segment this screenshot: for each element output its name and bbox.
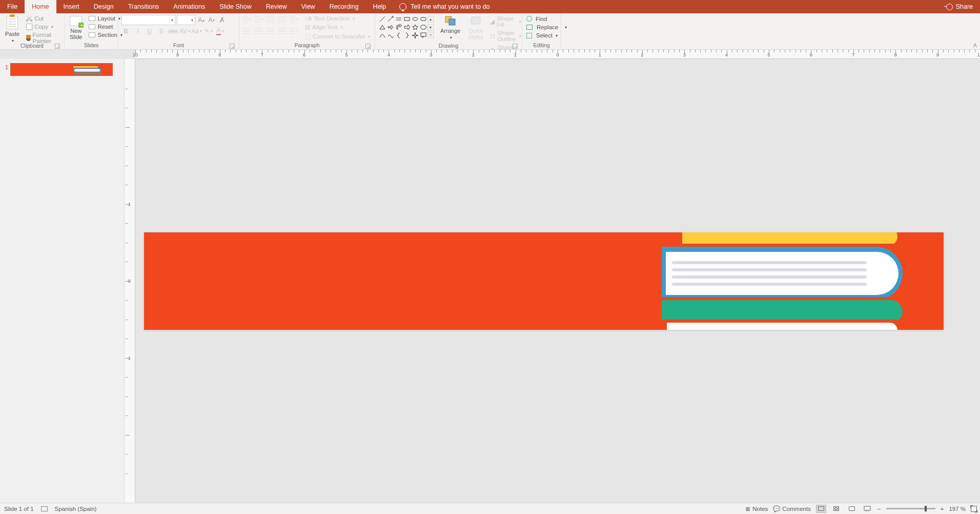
notes-button[interactable]: ≣ Notes xyxy=(745,505,768,512)
shapes-gallery-more[interactable]: ▴ ▾ ▿ xyxy=(427,15,435,39)
tab-home[interactable]: Home xyxy=(25,0,56,13)
align-left-button[interactable] xyxy=(242,26,251,35)
select-button[interactable]: Select▾ xyxy=(525,32,568,39)
fit-to-window-button[interactable] xyxy=(971,506,977,512)
slide-canvas-viewport[interactable] xyxy=(135,59,980,503)
tab-transitions[interactable]: Transitions xyxy=(121,0,167,13)
horizontal-ruler[interactable]: 10987654321012345678910 xyxy=(135,50,980,59)
copy-button[interactable]: Copy ▾ xyxy=(25,23,61,30)
align-text-label: Align Text xyxy=(312,24,338,30)
outline-icon: ◻ xyxy=(490,32,495,39)
increase-indent-button[interactable] xyxy=(278,15,287,24)
zoom-out-button[interactable]: − xyxy=(877,506,881,512)
svg-rect-5 xyxy=(421,33,426,36)
brush-icon xyxy=(26,35,30,41)
font-name-combo[interactable]: ▾ xyxy=(121,15,175,25)
slide-thumbnail-1[interactable] xyxy=(10,63,113,76)
bullets-button[interactable]: ▾ xyxy=(242,15,251,24)
tab-slideshow[interactable]: Slide Show xyxy=(212,0,259,13)
highlight-button[interactable]: ✎▾ xyxy=(204,27,213,35)
paragraph-group-label: Paragraph xyxy=(294,42,319,48)
shape-outline-button[interactable]: ◻ Shape Outline▾ xyxy=(489,29,522,43)
gallery-row-down-icon: ▾ xyxy=(427,24,434,31)
justify-button[interactable] xyxy=(278,26,287,35)
svg-point-3 xyxy=(413,17,418,21)
text-direction-icon: ↕A xyxy=(305,15,312,22)
indent-right-icon xyxy=(278,16,287,23)
tab-help[interactable]: Help xyxy=(366,0,394,13)
tab-view[interactable]: View xyxy=(294,0,322,13)
reading-view-button[interactable] xyxy=(847,505,857,513)
font-group-label: Font xyxy=(173,42,184,48)
clipboard-dialog-launcher[interactable] xyxy=(55,44,60,49)
svg-rect-2 xyxy=(404,17,410,21)
vertical-ruler[interactable]: 101 xyxy=(125,59,135,503)
align-right-button[interactable] xyxy=(266,26,275,35)
spellcheck-icon[interactable] xyxy=(41,506,48,511)
line-spacing-button[interactable]: ▾ xyxy=(290,15,298,24)
zoom-slider-thumb[interactable] xyxy=(925,506,927,511)
chevron-down-icon: ▾ xyxy=(171,18,173,23)
strikethrough-button[interactable]: abc xyxy=(169,27,177,35)
tab-review[interactable]: Review xyxy=(259,0,294,13)
zoom-level[interactable]: 197 % xyxy=(949,506,966,512)
language-status[interactable]: Spanish (Spain) xyxy=(55,506,97,512)
group-drawing: ▴ ▾ ▿ Arrange▾ Quick Styles ◢ Shape Fill… xyxy=(375,13,522,49)
slide-thumbnail-panel[interactable]: 1 xyxy=(0,59,125,503)
tab-insert[interactable]: Insert xyxy=(56,0,87,13)
decrease-indent-button[interactable] xyxy=(266,15,275,24)
share-button[interactable]: Share xyxy=(939,0,980,13)
quick-styles-button[interactable]: Quick Styles xyxy=(466,15,485,40)
drawing-dialog-launcher[interactable] xyxy=(513,44,518,49)
shadow-button[interactable]: S xyxy=(157,27,166,35)
new-slide-button[interactable]: New Slide xyxy=(68,15,84,40)
slide-counter[interactable]: Slide 1 of 1 xyxy=(4,506,34,512)
underline-button[interactable]: U xyxy=(145,27,154,35)
change-case-button[interactable]: Aa▾ xyxy=(192,27,201,35)
shapes-gallery[interactable] xyxy=(378,15,427,39)
align-center-button[interactable] xyxy=(254,26,263,35)
font-size-combo[interactable]: ▾ xyxy=(177,15,195,25)
shape-star-icon xyxy=(411,24,419,31)
slides-group-label: Slides xyxy=(84,42,99,48)
clear-formatting-button[interactable]: A̸ xyxy=(217,16,226,25)
font-color-button[interactable]: A▾ xyxy=(216,27,224,35)
font-dialog-launcher[interactable] xyxy=(230,44,235,49)
tab-recording[interactable]: Recording xyxy=(322,0,366,13)
thumbnail-row[interactable]: 1 xyxy=(0,61,124,78)
slide-canvas[interactable] xyxy=(144,232,944,330)
increase-font-size-button[interactable]: A▴ xyxy=(197,16,206,25)
tell-me-search[interactable]: Tell me what you want to do xyxy=(393,0,496,13)
slide-sorter-view-button[interactable] xyxy=(831,505,842,513)
find-button[interactable]: Find xyxy=(525,15,568,23)
character-spacing-button[interactable]: AV▾ xyxy=(180,27,189,35)
arrange-button[interactable]: Arrange▾ xyxy=(438,15,462,41)
shape-fill-button[interactable]: ◢ Shape Fill▾ xyxy=(489,15,522,28)
zoom-slider[interactable] xyxy=(886,508,935,509)
convert-smartart-button[interactable]: ⬚ Convert to SmartArt▾ xyxy=(304,32,371,41)
new-slide-icon xyxy=(70,16,82,26)
decrease-font-size-button[interactable]: A▾ xyxy=(207,16,216,25)
workarea: 101 xyxy=(125,59,980,503)
cut-button[interactable]: Cut xyxy=(25,15,61,22)
bold-button[interactable]: B xyxy=(121,27,130,35)
shape-callout-icon xyxy=(419,31,427,39)
italic-button[interactable]: I xyxy=(133,27,142,35)
replace-label: Replace xyxy=(537,24,558,30)
comments-button[interactable]: 💬 Comments xyxy=(773,505,811,512)
numbering-button[interactable]: ▾ xyxy=(254,15,263,24)
text-direction-button[interactable]: ↕A Text Direction▾ xyxy=(304,15,371,22)
tab-animations[interactable]: Animations xyxy=(166,0,212,13)
paragraph-dialog-launcher[interactable] xyxy=(365,44,371,49)
replace-button[interactable]: Replace ▾ xyxy=(525,24,568,31)
tab-file[interactable]: File xyxy=(0,0,25,13)
collapse-ribbon-button[interactable]: ᐱ xyxy=(973,43,977,48)
zoom-in-button[interactable]: + xyxy=(941,506,944,512)
slideshow-view-button[interactable] xyxy=(862,505,872,513)
tab-design[interactable]: Design xyxy=(87,0,121,13)
section-label: Section xyxy=(97,32,117,38)
columns-button[interactable]: ▾ xyxy=(290,26,298,35)
paste-button[interactable]: Paste▾ xyxy=(3,15,22,44)
align-text-button[interactable]: ⊟ Align Text▾ xyxy=(304,23,371,31)
normal-view-button[interactable] xyxy=(816,505,826,513)
